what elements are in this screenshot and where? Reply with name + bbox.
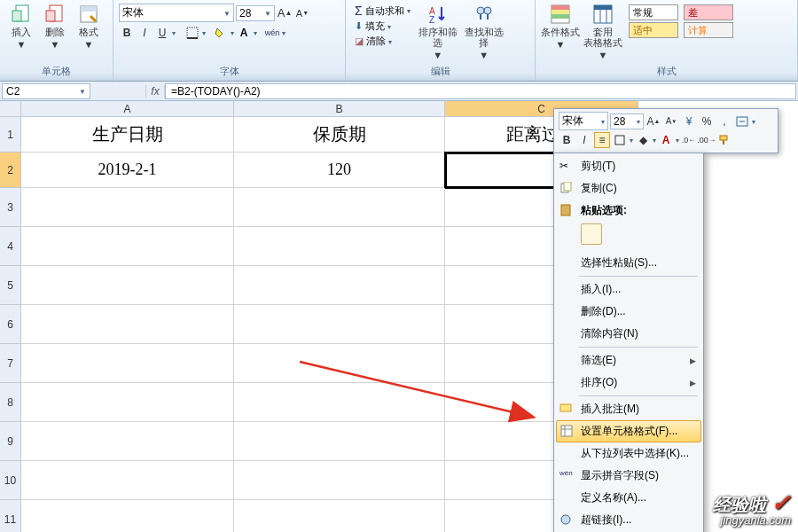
svg-point-10 (477, 7, 484, 14)
font-size-combo[interactable]: 28▼ (236, 5, 275, 21)
ctx-paste-special[interactable]: 选择性粘贴(S)... (556, 252, 701, 274)
ctx-copy[interactable]: 复制(C) (556, 177, 701, 200)
cell-b1[interactable]: 保质期 (234, 117, 445, 153)
cell-a2[interactable]: 2019-2-1 (21, 153, 234, 188)
format-button[interactable]: 格式▼ (73, 2, 105, 50)
mini-font-combo[interactable]: 宋体▾ (559, 112, 608, 130)
svg-rect-24 (564, 182, 571, 191)
watermark: 经验啦 ✓ jingyanla.com (713, 489, 791, 527)
ctx-filter[interactable]: 筛选(E)▶ (556, 349, 701, 372)
style-neutral[interactable]: 适中 (629, 22, 678, 38)
style-calc[interactable]: 计算 (684, 22, 733, 38)
style-bad[interactable]: 差 (684, 4, 733, 20)
mini-merge-icon[interactable] (734, 113, 750, 129)
ctx-clear[interactable]: 清除内容(N) (556, 323, 701, 345)
ribbon-group-font: 宋体▼ 28▼ A▲ A▼ B I U▾ ▾ ▾ A▾ wén▾ 字体 (113, 0, 346, 81)
svg-rect-1 (12, 11, 21, 21)
italic-button[interactable]: I (137, 25, 153, 41)
col-header-a[interactable]: A (21, 101, 234, 117)
mini-format-painter-icon[interactable] (716, 132, 732, 148)
mini-font-color-button[interactable]: A (658, 132, 674, 148)
mini-align-center-button[interactable]: ≡ (594, 132, 610, 148)
clipboard-icon (559, 204, 574, 218)
svg-rect-3 (46, 11, 55, 21)
fill-color-button[interactable] (213, 25, 229, 41)
comment-icon (559, 403, 574, 417)
ctx-insert[interactable]: 插入(I)... (556, 278, 701, 301)
row-header-5[interactable]: 5 (0, 266, 21, 305)
font-name-combo[interactable]: 宋体▼ (119, 4, 234, 22)
border-button[interactable] (184, 25, 200, 41)
fx-button[interactable]: fx (145, 85, 165, 98)
fill-button[interactable]: ⬇填充▾ (355, 20, 411, 33)
insert-button[interactable]: 插入▼ (5, 2, 37, 50)
ctx-format-cells[interactable]: 设置单元格格式(F)... (556, 420, 701, 442)
table-format-button[interactable]: 套用 表格格式▼ (582, 2, 624, 60)
row-header-2[interactable]: 2 (0, 153, 21, 188)
conditional-format-button[interactable]: 条件格式▼ (541, 2, 580, 50)
col-header-b[interactable]: B (234, 101, 445, 117)
formula-input[interactable]: =B2-(TODAY()-A2) (165, 83, 796, 99)
delete-label: 删除 (45, 27, 65, 37)
mini-currency-icon[interactable]: ¥ (681, 113, 697, 129)
paste-option-1[interactable] (581, 223, 602, 245)
grow-font-icon[interactable]: A▲ (277, 5, 293, 21)
ctx-cut[interactable]: ✂剪切(T) (556, 155, 701, 177)
svg-rect-25 (561, 205, 570, 215)
ctx-delete[interactable]: 删除(D)... (556, 301, 701, 323)
row-header-9[interactable]: 9 (0, 422, 21, 461)
row-header-1[interactable]: 1 (0, 117, 21, 153)
find-select-button[interactable]: 查找和选择▼ (462, 2, 506, 60)
row-header-10[interactable]: 10 (0, 461, 21, 500)
mini-size-combo[interactable]: 28▾ (610, 113, 644, 129)
mini-dec-decimal-icon[interactable]: .0← (681, 132, 697, 148)
ctx-hyperlink[interactable]: 超链接(I)... (556, 509, 701, 531)
row-header-7[interactable]: 7 (0, 344, 21, 383)
mini-percent-icon[interactable]: % (699, 113, 715, 129)
mini-grow-font-icon[interactable]: A▲ (645, 113, 661, 129)
cells-group-label: 单元格 (5, 63, 107, 81)
shrink-font-icon[interactable]: A▼ (294, 5, 310, 21)
ctx-show-pinyin[interactable]: wén显示拼音字段(S) (556, 465, 701, 487)
mini-bold-button[interactable]: B (559, 132, 575, 148)
mini-shrink-font-icon[interactable]: A▼ (663, 113, 679, 129)
style-normal[interactable]: 常规 (629, 4, 678, 20)
select-all-corner[interactable] (0, 101, 21, 117)
mini-italic-button[interactable]: I (576, 132, 592, 148)
clear-button[interactable]: ◪清除▾ (355, 35, 411, 48)
ctx-define-name[interactable]: 定义名称(A)... (556, 487, 701, 509)
cell-a1[interactable]: 生产日期 (21, 117, 234, 153)
row-header-3[interactable]: 3 (0, 188, 21, 227)
sort-filter-button[interactable]: AZ 排序和筛选▼ (416, 2, 460, 60)
font-color-button[interactable]: A (236, 25, 252, 41)
ctx-sort[interactable]: 排序(O)▶ (556, 372, 701, 394)
pinyin-button[interactable]: wén (264, 25, 280, 41)
row-header-8[interactable]: 8 (0, 383, 21, 422)
ctx-paste-options-label: 粘贴选项: (556, 200, 701, 222)
mini-inc-decimal-icon[interactable]: .00→ (699, 132, 715, 148)
mini-border-button[interactable] (612, 132, 628, 148)
row-header-11[interactable]: 11 (0, 500, 21, 532)
cell-b2[interactable]: 120 (234, 153, 445, 188)
context-menu: ✂剪切(T) 复制(C) 粘贴选项: 选择性粘贴(S)... 插入(I)... … (553, 153, 704, 532)
bold-button[interactable]: B (119, 25, 135, 41)
svg-rect-21 (615, 136, 624, 145)
svg-rect-26 (560, 404, 571, 411)
ctx-insert-comment[interactable]: 插入批注(M) (556, 398, 701, 420)
delete-button[interactable]: 删除▼ (39, 2, 71, 50)
ctx-pick-from-list[interactable]: 从下拉列表中选择(K)... (556, 442, 701, 465)
row-header-4[interactable]: 4 (0, 227, 21, 266)
table-fmt-label: 套用 表格格式 (583, 27, 622, 48)
autosum-button[interactable]: Σ自动求和▾ (355, 4, 411, 18)
row-header-6[interactable]: 6 (0, 305, 21, 344)
underline-button[interactable]: U (154, 25, 170, 41)
svg-rect-27 (561, 426, 572, 436)
mini-fill-color-button[interactable]: ◆ (635, 132, 651, 148)
svg-rect-5 (81, 6, 97, 12)
format-cells-icon (560, 425, 575, 439)
name-box[interactable]: C2▼ (2, 83, 90, 99)
chevron-right-icon: ▶ (690, 356, 696, 365)
mini-comma-icon[interactable]: , (716, 113, 732, 129)
mini-toolbar: 宋体▾ 28▾ A▲ A▼ ¥ % , ▾ B I ≡ ▾ ◆▾ A▾ .0← … (553, 108, 778, 153)
ribbon-group-cells: 插入▼ 删除▼ 格式▼ 单元格 (0, 0, 113, 81)
